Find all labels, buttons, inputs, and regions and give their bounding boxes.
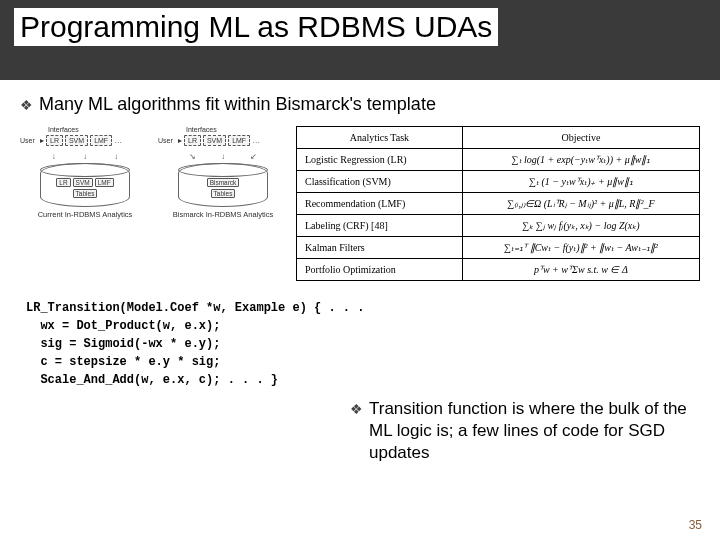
td-task: Classification (SVM) xyxy=(297,171,463,193)
chip-lmf-db: LMF xyxy=(95,178,114,187)
chip-bismarck: Bismarck xyxy=(207,178,240,187)
code-line: LR_Transition(Model.Coef *w, Example e) … xyxy=(26,301,364,315)
td-task: Logistic Regression (LR) xyxy=(297,149,463,171)
figure-row: Interfaces User ▸ LR SVM LMF … ↓↓↓ LR SV… xyxy=(20,126,700,281)
dots-icon: … xyxy=(252,136,260,145)
chip-lmf: LMF xyxy=(90,135,112,146)
code-line: Scale_And_Add(w, e.x, c); . . . } xyxy=(26,373,278,387)
td-obj: ∑ₜ log(1 + exp(−yₜwᵀxₜ)) + μ‖w‖₁ xyxy=(462,149,699,171)
diamond-icon: ❖ xyxy=(20,94,33,116)
chip-svm: SVM xyxy=(65,135,88,146)
code-line: wx = Dot_Product(w, e.x); xyxy=(26,319,220,333)
td-task: Recommendation (LMF) xyxy=(297,193,463,215)
arch-diagram-left: Interfaces User ▸ LR SVM LMF … ↓↓↓ LR SV… xyxy=(20,126,150,219)
objective-table-wrap: Analytics Task Objective Logistic Regres… xyxy=(296,126,700,281)
code-block: LR_Transition(Model.Coef *w, Example e) … xyxy=(26,299,700,389)
chip-tables: Tables xyxy=(73,189,98,198)
interfaces-label-r: Interfaces xyxy=(186,126,288,133)
interfaces-label: Interfaces xyxy=(48,126,150,133)
td-task: Kalman Filters xyxy=(297,237,463,259)
caption-left: Current In-RDBMS Analytics xyxy=(20,210,150,219)
arrow-icon: ▸ xyxy=(40,136,44,145)
user-label-r: User xyxy=(158,137,176,144)
db-drum-left: LR SVM LMF Tables xyxy=(40,163,130,207)
code-line: sig = Sigmoid(-wx * e.y); xyxy=(26,337,220,351)
objective-table: Analytics Task Objective Logistic Regres… xyxy=(296,126,700,281)
table-row: Recommendation (LMF) ∑₍ᵢ,ⱼ₎∈Ω (LᵢᵀRⱼ − M… xyxy=(297,193,700,215)
chip-lr: LR xyxy=(46,135,63,146)
arrow-icon: ▸ xyxy=(178,136,182,145)
chip-svm-r: SVM xyxy=(203,135,226,146)
th-task: Analytics Task xyxy=(297,127,463,149)
diamond-icon: ❖ xyxy=(350,398,363,464)
bullet-1: ❖ Many ML algorithms fit within Bismarck… xyxy=(20,94,700,116)
table-row: Kalman Filters ∑ₜ₌₁ᵀ ‖Cwₜ − f(yₜ)‖² + ‖w… xyxy=(297,237,700,259)
td-obj: pᵀw + wᵀΣw s.t. w ∈ Δ xyxy=(462,259,699,281)
caption-right: Bismarck In-RDBMS Analytics xyxy=(158,210,288,219)
chip-lmf-r: LMF xyxy=(228,135,250,146)
db-drum-right: Bismarck Tables xyxy=(178,163,268,207)
td-task: Portfolio Optimization xyxy=(297,259,463,281)
code-line: c = stepsize * e.y * sig; xyxy=(26,355,220,369)
bullet-2-text: Transition function is where the bulk of… xyxy=(369,398,700,464)
table-header-row: Analytics Task Objective xyxy=(297,127,700,149)
chip-lr-r: LR xyxy=(184,135,201,146)
title-bar: Programming ML as RDBMS UDAs xyxy=(0,0,720,80)
user-label: User xyxy=(20,137,38,144)
td-obj: ∑₍ᵢ,ⱼ₎∈Ω (LᵢᵀRⱼ − Mᵢⱼ)² + μ‖L, R‖²_F xyxy=(462,193,699,215)
arch-diagram-right: Interfaces User ▸ LR SVM LMF … ↘↓↙ Bisma… xyxy=(158,126,288,219)
page-number: 35 xyxy=(689,518,702,532)
slide-body: ❖ Many ML algorithms fit within Bismarck… xyxy=(0,80,720,389)
dots-icon: … xyxy=(114,136,122,145)
chip-svm-db: SVM xyxy=(73,178,93,187)
td-obj: ∑ₜ (1 − yₜwᵀxₜ)₊ + μ‖w‖₁ xyxy=(462,171,699,193)
slide-title: Programming ML as RDBMS UDAs xyxy=(14,8,498,46)
td-obj: ∑ₜ₌₁ᵀ ‖Cwₜ − f(yₜ)‖² + ‖wₜ − Awₜ₋₁‖² xyxy=(462,237,699,259)
td-obj: ∑ₖ ∑ⱼ wⱼ fⱼ(yₖ, xₖ) − log Z(xₖ) xyxy=(462,215,699,237)
table-row: Labeling (CRF) [48] ∑ₖ ∑ⱼ wⱼ fⱼ(yₖ, xₖ) … xyxy=(297,215,700,237)
table-row: Portfolio Optimization pᵀw + wᵀΣw s.t. w… xyxy=(297,259,700,281)
table-row: Classification (SVM) ∑ₜ (1 − yₜwᵀxₜ)₊ + … xyxy=(297,171,700,193)
th-objective: Objective xyxy=(462,127,699,149)
bullet-2: ❖ Transition function is where the bulk … xyxy=(350,398,700,464)
table-row: Logistic Regression (LR) ∑ₜ log(1 + exp(… xyxy=(297,149,700,171)
chip-tables-r: Tables xyxy=(211,189,236,198)
bullet-1-text: Many ML algorithms fit within Bismarck's… xyxy=(39,94,436,115)
td-task: Labeling (CRF) [48] xyxy=(297,215,463,237)
chip-lr-db: LR xyxy=(56,178,70,187)
